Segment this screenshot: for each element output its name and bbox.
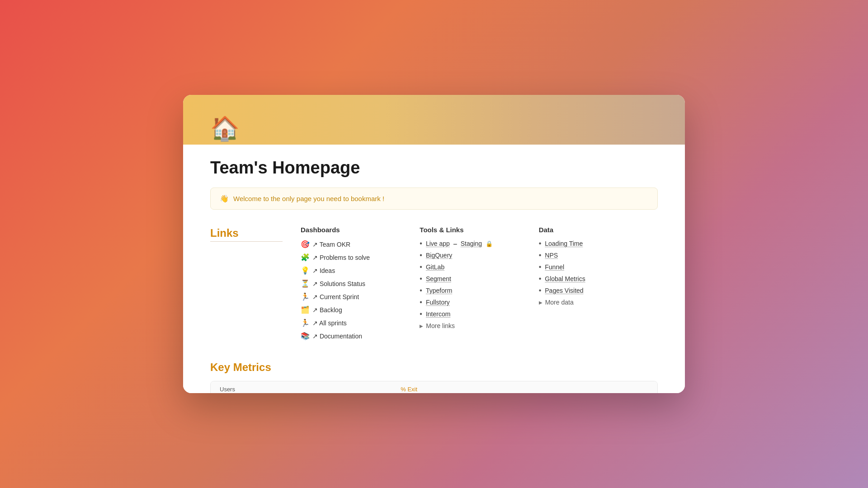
link-backlog[interactable]: 🗂️ ↗ Backlog xyxy=(301,305,420,314)
fullstory-link[interactable]: Fullstory xyxy=(426,299,450,306)
link-problems[interactable]: 🧩 ↗ Problems to solve xyxy=(301,253,420,262)
key-metrics-heading: Key Metrics xyxy=(210,361,658,374)
links-heading: Links xyxy=(210,226,301,239)
metrics-date: 1 juil. 2020 – 22 juil. 2021 xyxy=(582,386,648,393)
tool-segment[interactable]: Segment xyxy=(420,275,538,282)
funnel-link[interactable]: Funnel xyxy=(545,263,564,271)
data-pages-visited[interactable]: Pages Visited xyxy=(539,287,658,294)
link-all-sprints[interactable]: 🏃 ↗ All sprints xyxy=(301,319,420,327)
intercom-link[interactable]: Intercom xyxy=(426,310,450,318)
solutions-link[interactable]: ↗ Solutions Status xyxy=(312,280,365,287)
team-okr-link[interactable]: ↗ Team OKR xyxy=(312,241,350,248)
solutions-icon: ⏳ xyxy=(301,279,310,288)
users-col: Users 53,792 xyxy=(220,386,401,393)
data-funnel[interactable]: Funnel xyxy=(539,263,658,271)
metrics-table-header: Users 53,792 % Exit 19.13 % 1 juil. 2020… xyxy=(211,381,657,393)
page-title: Team's Homepage xyxy=(210,158,658,178)
team-okr-icon: 🎯 xyxy=(301,240,310,249)
global-metrics-link[interactable]: Global Metrics xyxy=(545,275,585,282)
nps-link[interactable]: NPS xyxy=(545,252,558,259)
tool-gitlab[interactable]: GitLab xyxy=(420,263,538,271)
window-content: Team's Homepage 👋 Welcome to the only pa… xyxy=(183,145,685,393)
tool-bigquery[interactable]: BigQuery xyxy=(420,252,538,259)
lock-icon: 🔒 xyxy=(486,240,493,247)
more-links-item[interactable]: ▶ More links xyxy=(420,322,538,329)
loading-time-link[interactable]: Loading Time xyxy=(545,240,583,247)
dashboards-title: Dashboards xyxy=(301,226,420,234)
ideas-icon: 💡 xyxy=(301,266,310,275)
link-solutions[interactable]: ⏳ ↗ Solutions Status xyxy=(301,279,420,288)
bigquery-link[interactable]: BigQuery xyxy=(426,252,452,259)
tools-list: Live app – Staging 🔒 BigQuery GitLab xyxy=(420,240,538,318)
links-section: Links Dashboards 🎯 ↗ Team OKR 🧩 ↗ Proble… xyxy=(210,226,658,345)
tool-live-app[interactable]: Live app – Staging 🔒 xyxy=(420,240,538,247)
link-documentation[interactable]: 📚 ↗ Documentation xyxy=(301,332,420,340)
more-data-label[interactable]: More data xyxy=(545,299,574,306)
app-window: 🏠 Team's Homepage 👋 Welcome to the only … xyxy=(183,95,685,393)
link-team-okr[interactable]: 🎯 ↗ Team OKR xyxy=(301,240,420,249)
links-heading-underline xyxy=(210,241,283,242)
tools-title: Tools & Links xyxy=(420,226,538,234)
live-app-separator: – xyxy=(453,240,457,247)
wave-emoji: 👋 xyxy=(220,194,229,203)
sprint-icon: 🏃 xyxy=(301,292,310,301)
data-title: Data xyxy=(539,226,658,234)
key-metrics-section: Key Metrics Users 53,792 % Exit 19.13 % … xyxy=(210,361,658,393)
welcome-banner: 👋 Welcome to the only page you need to b… xyxy=(210,188,658,210)
typeform-link[interactable]: Typeform xyxy=(426,287,452,294)
users-value: 53,792 xyxy=(220,393,401,393)
backlog-link[interactable]: ↗ Backlog xyxy=(312,306,342,314)
backlog-icon: 🗂️ xyxy=(301,305,310,314)
segment-link[interactable]: Segment xyxy=(426,275,451,282)
metrics-table: Users 53,792 % Exit 19.13 % 1 juil. 2020… xyxy=(210,381,658,393)
data-nps[interactable]: NPS xyxy=(539,252,658,259)
dashboards-column: Dashboards 🎯 ↗ Team OKR 🧩 ↗ Problems to … xyxy=(301,226,420,345)
problems-icon: 🧩 xyxy=(301,253,310,262)
problems-link[interactable]: ↗ Problems to solve xyxy=(312,254,370,261)
gitlab-link[interactable]: GitLab xyxy=(426,263,444,271)
live-app-link[interactable]: Live app xyxy=(426,240,450,247)
welcome-text: Welcome to the only page you need to boo… xyxy=(233,195,384,202)
exit-col: % Exit 19.13 % xyxy=(401,386,581,393)
house-emoji: 🏠 xyxy=(210,117,240,140)
users-label: Users xyxy=(220,386,401,393)
window-header: 🏠 xyxy=(183,95,685,145)
data-list: Loading Time NPS Funnel Global Metrics P xyxy=(539,240,658,294)
all-sprints-icon: 🏃 xyxy=(301,319,310,327)
tool-typeform[interactable]: Typeform xyxy=(420,287,538,294)
tools-column: Tools & Links Live app – Staging 🔒 BigQu… xyxy=(420,226,538,345)
data-loading-time[interactable]: Loading Time xyxy=(539,240,658,247)
link-ideas[interactable]: 💡 ↗ Ideas xyxy=(301,266,420,275)
staging-link[interactable]: Staging xyxy=(461,240,482,247)
all-sprints-link[interactable]: ↗ All sprints xyxy=(312,319,347,327)
triangle-data-icon: ▶ xyxy=(539,300,542,305)
links-columns: Dashboards 🎯 ↗ Team OKR 🧩 ↗ Problems to … xyxy=(301,226,658,345)
current-sprint-link[interactable]: ↗ Current Sprint xyxy=(312,293,359,300)
tool-intercom[interactable]: Intercom xyxy=(420,310,538,318)
documentation-icon: 📚 xyxy=(301,332,310,340)
link-current-sprint[interactable]: 🏃 ↗ Current Sprint xyxy=(301,292,420,301)
exit-label: % Exit xyxy=(401,386,581,393)
exit-value: 19.13 % xyxy=(401,393,581,393)
tool-fullstory[interactable]: Fullstory xyxy=(420,299,538,306)
data-column: Data Loading Time NPS Funnel Global Metr… xyxy=(539,226,658,345)
more-data-item[interactable]: ▶ More data xyxy=(539,299,658,306)
ideas-link[interactable]: ↗ Ideas xyxy=(312,267,335,274)
triangle-icon: ▶ xyxy=(420,324,423,328)
documentation-link[interactable]: ↗ Documentation xyxy=(312,333,362,340)
more-links-label[interactable]: More links xyxy=(426,322,455,329)
pages-visited-link[interactable]: Pages Visited xyxy=(545,287,583,294)
data-global-metrics[interactable]: Global Metrics xyxy=(539,275,658,282)
